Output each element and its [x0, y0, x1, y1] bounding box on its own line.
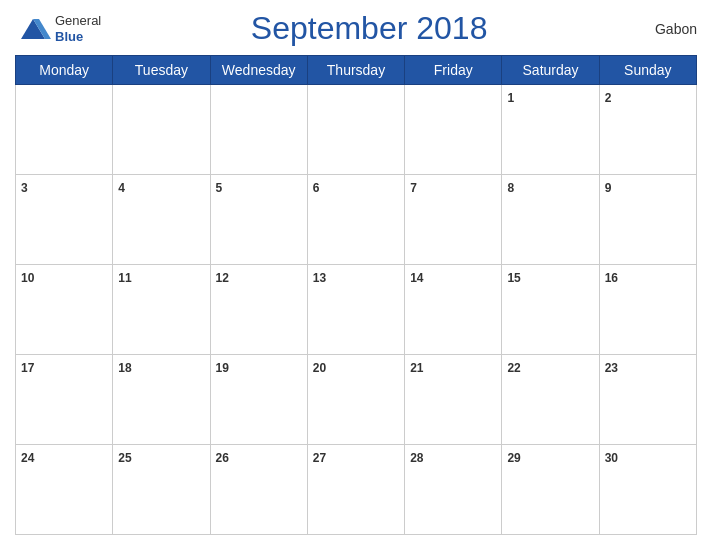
calendar-cell: 7 [405, 175, 502, 265]
day-number: 25 [118, 451, 131, 465]
day-number: 13 [313, 271, 326, 285]
calendar-cell: 25 [113, 445, 210, 535]
calendar-cell: 12 [210, 265, 307, 355]
logo: General Blue [15, 13, 101, 44]
days-of-week-row: MondayTuesdayWednesdayThursdayFridaySatu… [16, 56, 697, 85]
calendar-cell [210, 85, 307, 175]
day-number: 3 [21, 181, 28, 195]
calendar-cell: 18 [113, 355, 210, 445]
day-number: 7 [410, 181, 417, 195]
week-row-4: 17181920212223 [16, 355, 697, 445]
week-row-3: 10111213141516 [16, 265, 697, 355]
day-number: 15 [507, 271, 520, 285]
calendar-header: MondayTuesdayWednesdayThursdayFridaySatu… [16, 56, 697, 85]
calendar-cell: 23 [599, 355, 696, 445]
calendar-body: 1234567891011121314151617181920212223242… [16, 85, 697, 535]
calendar-cell: 15 [502, 265, 599, 355]
calendar-cell: 17 [16, 355, 113, 445]
week-row-1: 12 [16, 85, 697, 175]
day-header-friday: Friday [405, 56, 502, 85]
day-header-tuesday: Tuesday [113, 56, 210, 85]
day-number: 23 [605, 361, 618, 375]
calendar-table: MondayTuesdayWednesdayThursdayFridaySatu… [15, 55, 697, 535]
day-number: 26 [216, 451, 229, 465]
calendar-cell: 3 [16, 175, 113, 265]
day-number: 17 [21, 361, 34, 375]
day-number: 9 [605, 181, 612, 195]
week-row-2: 3456789 [16, 175, 697, 265]
calendar-cell [113, 85, 210, 175]
calendar-cell: 1 [502, 85, 599, 175]
day-number: 21 [410, 361, 423, 375]
calendar-cell [307, 85, 404, 175]
day-header-monday: Monday [16, 56, 113, 85]
day-header-saturday: Saturday [502, 56, 599, 85]
logo-icon [15, 15, 51, 43]
calendar-cell: 11 [113, 265, 210, 355]
day-number: 8 [507, 181, 514, 195]
day-number: 1 [507, 91, 514, 105]
calendar-cell: 24 [16, 445, 113, 535]
day-number: 27 [313, 451, 326, 465]
calendar-cell [405, 85, 502, 175]
calendar-cell: 27 [307, 445, 404, 535]
calendar-cell: 2 [599, 85, 696, 175]
calendar-cell: 5 [210, 175, 307, 265]
day-number: 30 [605, 451, 618, 465]
calendar-cell: 9 [599, 175, 696, 265]
calendar-cell: 14 [405, 265, 502, 355]
day-number: 29 [507, 451, 520, 465]
day-number: 22 [507, 361, 520, 375]
calendar-cell: 10 [16, 265, 113, 355]
day-number: 12 [216, 271, 229, 285]
day-number: 18 [118, 361, 131, 375]
day-number: 2 [605, 91, 612, 105]
calendar-cell: 28 [405, 445, 502, 535]
page-header: General Blue September 2018 Gabon [15, 10, 697, 47]
logo-blue-text: Blue [55, 29, 101, 45]
calendar-cell: 20 [307, 355, 404, 445]
calendar-cell [16, 85, 113, 175]
day-header-thursday: Thursday [307, 56, 404, 85]
country-label: Gabon [637, 21, 697, 37]
day-number: 5 [216, 181, 223, 195]
day-number: 6 [313, 181, 320, 195]
calendar-cell: 16 [599, 265, 696, 355]
calendar-cell: 6 [307, 175, 404, 265]
day-number: 19 [216, 361, 229, 375]
calendar-cell: 8 [502, 175, 599, 265]
month-title: September 2018 [101, 10, 637, 47]
calendar-cell: 13 [307, 265, 404, 355]
day-number: 4 [118, 181, 125, 195]
day-number: 14 [410, 271, 423, 285]
day-header-sunday: Sunday [599, 56, 696, 85]
calendar-cell: 22 [502, 355, 599, 445]
calendar-cell: 26 [210, 445, 307, 535]
day-number: 16 [605, 271, 618, 285]
day-number: 11 [118, 271, 131, 285]
calendar-cell: 29 [502, 445, 599, 535]
logo-general-text: General [55, 13, 101, 29]
day-header-wednesday: Wednesday [210, 56, 307, 85]
logo-text: General Blue [55, 13, 101, 44]
day-number: 20 [313, 361, 326, 375]
calendar-cell: 30 [599, 445, 696, 535]
week-row-5: 24252627282930 [16, 445, 697, 535]
day-number: 24 [21, 451, 34, 465]
day-number: 10 [21, 271, 34, 285]
day-number: 28 [410, 451, 423, 465]
calendar-cell: 21 [405, 355, 502, 445]
calendar-cell: 19 [210, 355, 307, 445]
calendar-cell: 4 [113, 175, 210, 265]
